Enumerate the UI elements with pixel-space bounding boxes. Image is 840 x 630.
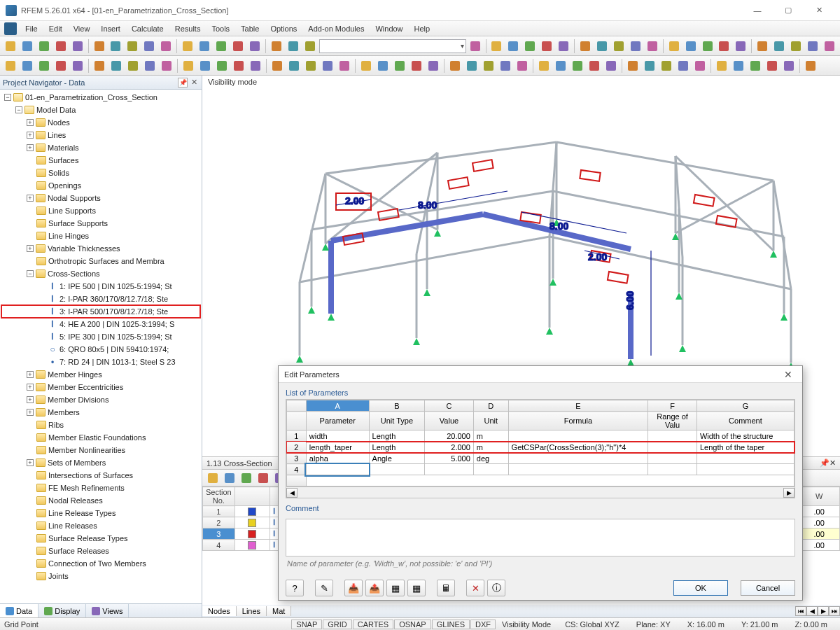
toolbar-button[interactable]: [125, 38, 140, 54]
toolbar-button[interactable]: [505, 38, 521, 54]
menu-results[interactable]: Results: [169, 23, 206, 34]
delete-button[interactable]: ✕: [466, 580, 484, 596]
status-grid[interactable]: GRID: [323, 620, 352, 629]
toolbar-button[interactable]: [222, 470, 237, 486]
table-prev-button[interactable]: ◀: [806, 606, 818, 616]
toolbar-button[interactable]: [303, 58, 318, 74]
toolbar-button[interactable]: [522, 38, 538, 54]
close-button[interactable]: ✕: [804, 1, 834, 20]
tree-node[interactable]: +Member Eccentricities: [1, 381, 200, 393]
menu-insert[interactable]: Insert: [95, 23, 126, 34]
toolbar-button[interactable]: [230, 38, 246, 54]
expand-icon[interactable]: +: [27, 245, 34, 252]
toolbar-button[interactable]: [803, 58, 818, 74]
comment-field[interactable]: [286, 519, 795, 556]
tree-node[interactable]: Surface Release Types: [1, 532, 200, 545]
tree-node[interactable]: Ⅰ5: IPE 300 | DIN 1025-5:1994; St: [1, 330, 200, 343]
toolbar-button[interactable]: [214, 58, 230, 74]
tree-node[interactable]: Nodal Releases: [1, 494, 200, 507]
tree-node[interactable]: FE Mesh Refinements: [1, 482, 200, 494]
status-snap[interactable]: SNAP: [291, 620, 322, 629]
tree-node[interactable]: +Members: [1, 406, 200, 419]
status-osnap[interactable]: OSNAP: [394, 620, 431, 629]
toolbar-button[interactable]: [158, 38, 174, 54]
toolbar-button[interactable]: [142, 58, 158, 74]
toolbar-button[interactable]: [92, 38, 107, 54]
tree-node[interactable]: Solids: [1, 167, 200, 179]
toolbar-button[interactable]: [788, 38, 804, 54]
toolbar-button[interactable]: [498, 58, 513, 74]
toolbar-button[interactable]: [239, 470, 254, 486]
nav-tab-data[interactable]: Data: [0, 604, 38, 617]
toolbar-button[interactable]: [36, 58, 52, 74]
toolbar-button[interactable]: [642, 58, 657, 74]
toolbar-button[interactable]: [181, 58, 196, 74]
expand-icon[interactable]: +: [27, 396, 34, 403]
expand-icon[interactable]: +: [27, 144, 34, 151]
tree-node[interactable]: ○6: QRO 80x5 | DIN 59410:1974;: [1, 343, 200, 356]
toolbar-button[interactable]: [645, 38, 660, 54]
excel-in-icon[interactable]: ▦: [386, 580, 405, 596]
tree-node[interactable]: •7: RD 24 | DIN 1013-1; Steel S 23: [1, 356, 200, 368]
toolbar-button[interactable]: [447, 58, 463, 74]
tree-node[interactable]: Ⅰ4: HE A 200 | DIN 1025-3:1994; S: [1, 318, 200, 330]
tree-node[interactable]: Ⅰ3: I-PAR 500/170/8/12.7/18; Ste: [1, 305, 200, 318]
toolbar-button[interactable]: [733, 38, 748, 54]
toolbar-button[interactable]: [337, 58, 352, 74]
toolbar-button[interactable]: [141, 38, 157, 54]
menu-tools[interactable]: Tools: [206, 23, 235, 34]
toolbar-button[interactable]: [205, 470, 220, 486]
expand-icon[interactable]: +: [27, 119, 34, 126]
toolbar-button[interactable]: [539, 38, 554, 54]
toolbar-button[interactable]: [247, 38, 262, 54]
tree-node[interactable]: Ⅰ1: IPE 500 | DIN 1025-5:1994; St: [1, 280, 200, 293]
toolbar-button[interactable]: [570, 58, 585, 74]
export-button[interactable]: 📤: [365, 580, 384, 596]
table-next-button[interactable]: ▶: [818, 606, 829, 616]
toolbar-button[interactable]: [426, 58, 441, 74]
navigator-tree[interactable]: −01-en_Parametrization_Cross_Section−Mod…: [0, 90, 202, 603]
toolbar-button[interactable]: [628, 38, 643, 54]
tree-node[interactable]: +Lines: [1, 129, 200, 141]
param-row[interactable]: 1widthLength20.000mWidth of the structur…: [287, 430, 794, 442]
table-tab-nodes[interactable]: Nodes: [202, 606, 237, 616]
toolbar-button[interactable]: [358, 58, 374, 74]
tree-node[interactable]: +Materials: [1, 141, 200, 154]
tree-node[interactable]: +Nodal Supports: [1, 192, 200, 204]
toolbar-button[interactable]: [468, 38, 483, 54]
minimize-button[interactable]: —: [742, 1, 773, 20]
toolbar-button[interactable]: [464, 58, 479, 74]
toolbar-button[interactable]: [214, 38, 229, 54]
collapse-icon[interactable]: −: [15, 106, 22, 113]
toolbar-button[interactable]: [781, 58, 797, 74]
toolbar-button[interactable]: [20, 58, 35, 74]
toolbar-button[interactable]: [731, 58, 746, 74]
menu-window[interactable]: Window: [370, 23, 408, 34]
toolbar-button[interactable]: [70, 58, 85, 74]
expand-icon[interactable]: +: [27, 132, 34, 139]
calculator-button[interactable]: 🖩: [437, 580, 455, 596]
tree-node[interactable]: Member Nonlinearities: [1, 444, 200, 456]
toolbar-button[interactable]: [392, 58, 407, 74]
tree-node[interactable]: +Member Divisions: [1, 393, 200, 406]
toolbar-button[interactable]: [659, 58, 674, 74]
tree-node[interactable]: Connection of Two Members: [1, 557, 200, 570]
toolbar-button[interactable]: [666, 38, 682, 54]
status-dxf[interactable]: DXF: [470, 620, 496, 629]
toolbar-button[interactable]: [587, 58, 602, 74]
toolbar-button[interactable]: [320, 58, 335, 74]
tree-node[interactable]: −01-en_Parametrization_Cross_Section: [1, 91, 200, 104]
tree-node[interactable]: Surfaces: [1, 154, 200, 167]
toolbar-button[interactable]: [489, 38, 505, 54]
toolbar-button[interactable]: [692, 58, 708, 74]
tree-node[interactable]: Intersections of Surfaces: [1, 469, 200, 482]
toolbar-button[interactable]: [748, 58, 763, 74]
toolbar-button[interactable]: [92, 58, 107, 74]
collapse-icon[interactable]: −: [27, 270, 34, 277]
toolbar-button[interactable]: [625, 58, 640, 74]
toolbar-button[interactable]: [514, 58, 530, 74]
nav-tab-views[interactable]: Views: [86, 604, 129, 617]
toolbar-button[interactable]: [269, 38, 284, 54]
table-last-button[interactable]: ⏭: [829, 606, 840, 616]
toolbar-button[interactable]: [717, 38, 732, 54]
